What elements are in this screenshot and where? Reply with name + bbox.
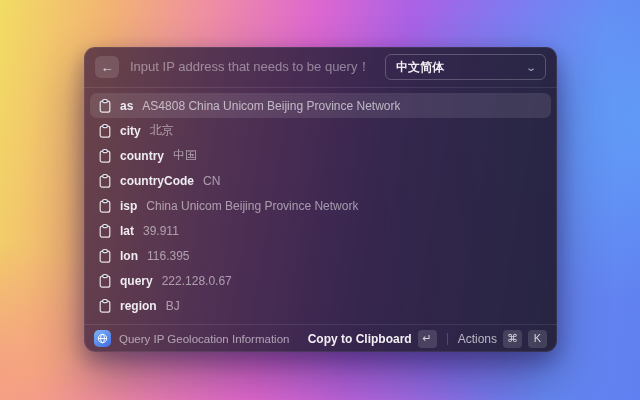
footer-divider	[447, 333, 448, 345]
result-key: query	[120, 274, 153, 288]
list-item[interactable]: lon 116.395	[90, 243, 551, 268]
result-list: as AS4808 China Unicom Beijing Province …	[84, 88, 557, 324]
clipboard-icon	[99, 149, 111, 163]
raycast-window: ← Input IP address that needs to be quer…	[84, 47, 557, 352]
chevron-down-icon: ⌄	[525, 62, 537, 73]
clipboard-icon	[99, 224, 111, 238]
search-header: ← Input IP address that needs to be quer…	[84, 47, 557, 87]
clipboard-icon	[99, 249, 111, 263]
actions-button[interactable]: Actions	[458, 332, 497, 346]
language-dropdown-value: 中文简体	[396, 59, 444, 76]
copy-to-clipboard-button[interactable]: Copy to Clipboard	[308, 332, 412, 346]
clipboard-icon	[99, 199, 111, 213]
cmd-key-icon[interactable]: ⌘	[503, 330, 522, 348]
list-item[interactable]: lat 39.911	[90, 218, 551, 243]
result-key: lat	[120, 224, 134, 238]
language-dropdown[interactable]: 中文简体 ⌄	[385, 54, 546, 80]
result-value: AS4808 China Unicom Beijing Province Net…	[142, 99, 400, 113]
list-item[interactable]: query 222.128.0.67	[90, 268, 551, 293]
list-item[interactable]: as AS4808 China Unicom Beijing Province …	[90, 93, 551, 118]
result-key: region	[120, 299, 157, 313]
footer-actions: Copy to Clipboard ↵ Actions ⌘ K	[308, 330, 547, 348]
list-item[interactable]: city 北京	[90, 118, 551, 143]
result-key: country	[120, 149, 164, 163]
result-value: 116.395	[147, 249, 190, 263]
result-value: BJ	[166, 299, 180, 313]
k-key-icon[interactable]: K	[528, 330, 547, 348]
footer-bar: Query IP Geolocation Information Copy to…	[84, 324, 557, 352]
enter-key-icon[interactable]: ↵	[418, 330, 437, 348]
result-key: lon	[120, 249, 138, 263]
back-arrow-icon: ←	[101, 61, 114, 74]
extension-name: Query IP Geolocation Information	[119, 333, 300, 345]
clipboard-icon	[99, 174, 111, 188]
extension-icon	[94, 330, 111, 347]
list-item[interactable]: region BJ	[90, 293, 551, 318]
back-button[interactable]: ←	[95, 56, 119, 78]
clipboard-icon	[99, 274, 111, 288]
result-key: as	[120, 99, 133, 113]
clipboard-icon	[99, 124, 111, 138]
result-key: isp	[120, 199, 137, 213]
result-value: 222.128.0.67	[162, 274, 232, 288]
list-item[interactable]: country 中国	[90, 143, 551, 168]
search-input[interactable]: Input IP address that needs to be query！…	[130, 58, 374, 76]
result-key: countryCode	[120, 174, 194, 188]
globe-icon	[97, 333, 108, 344]
list-item[interactable]: isp China Unicom Beijing Province Networ…	[90, 193, 551, 218]
clipboard-icon	[99, 99, 111, 113]
result-key: city	[120, 124, 141, 138]
result-value: 39.911	[143, 224, 179, 238]
result-value: 中国	[173, 147, 197, 164]
result-value: 北京	[150, 122, 174, 139]
list-item[interactable]: countryCode CN	[90, 168, 551, 193]
clipboard-icon	[99, 299, 111, 313]
result-value: CN	[203, 174, 220, 188]
result-value: China Unicom Beijing Province Network	[146, 199, 358, 213]
